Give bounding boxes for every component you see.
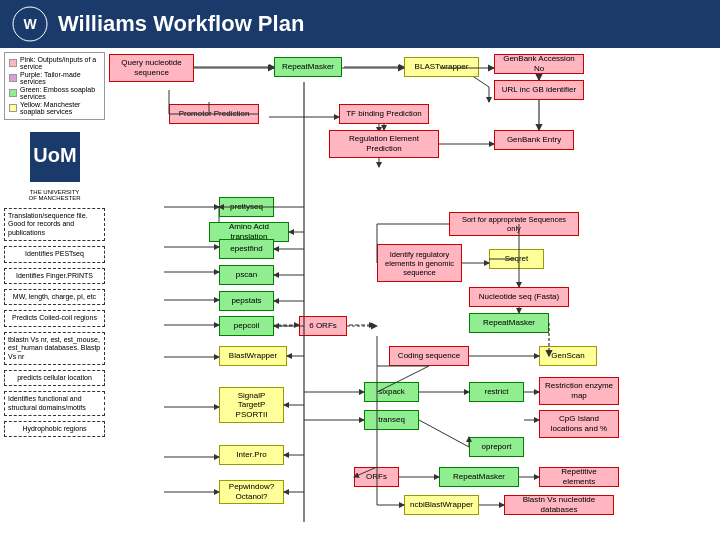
legend-purple: Purple: Tailor-made services <box>20 71 100 85</box>
svg-text:UoM: UoM <box>33 144 76 166</box>
workflow-svg <box>109 52 716 538</box>
legend-yellow: Yellow: Manchester soaplab services <box>20 101 100 115</box>
repeat-masker2-box: RepeatMasker <box>469 313 549 333</box>
genscan-box: GenScan <box>539 346 597 366</box>
tblastn-box: tblastn Vs nr, est, est_mouse, est_human… <box>4 332 105 365</box>
orfs-box: ORFs <box>354 467 399 487</box>
page-title: Williams Workflow Plan <box>58 11 304 37</box>
coding-sequence-box: Coding sequence <box>389 346 469 366</box>
predicts-coiled-box: Predicts Coiled-coil regions <box>4 310 105 326</box>
sort-sequences-box: Sort for appropriate Sequences only <box>449 212 579 236</box>
genbank-accession-box: GenBank Accession No <box>494 54 584 74</box>
pepcoil-box: pepcoil <box>219 316 274 336</box>
legend: Pink: Outputs/inputs of a service Purple… <box>4 52 105 120</box>
header: W Williams Workflow Plan <box>0 0 720 48</box>
pscan-box: pscan <box>219 265 274 285</box>
identifies-functional-box: Identifies functional and structural dom… <box>4 391 105 416</box>
pepwindow-box: Pepwindow? Octanol? <box>219 480 284 504</box>
repeat-masker3-box: RepeatMasker <box>439 467 519 487</box>
epestfind-box: epestfind <box>219 239 274 259</box>
blast-wrapper-box: BLASTwrapper <box>404 57 479 77</box>
opreport-box: opreport <box>469 437 524 457</box>
svg-text:W: W <box>23 16 37 32</box>
interpro-box: Inter.Pro <box>219 445 284 465</box>
signalp-box: SignalP TargetP PSORTII <box>219 387 284 423</box>
regulation-element-box: Regulation Element Prediction <box>329 130 439 158</box>
connector-lines <box>109 52 716 538</box>
prettyseq-box: prettyseq <box>219 197 274 217</box>
translation-seq-box: Translation/sequence file. Good for reco… <box>4 208 105 241</box>
blast-wrapper2-box: BlastWrapper <box>219 346 287 366</box>
genbank-entry-box: GenBank Entry <box>494 130 574 150</box>
legend-pink: Pink: Outputs/inputs of a service <box>20 56 100 70</box>
workflow-diagram: Query nucleotide sequence RepeatMasker B… <box>109 52 716 538</box>
nucleotide-seq-box: Nucleotide seq (Fasta) <box>469 287 569 307</box>
repetitive-elements-box: Repetitive elements <box>539 467 619 487</box>
sidebar: Pink: Outputs/inputs of a service Purple… <box>4 52 109 538</box>
pepstats-box: pepstats <box>219 291 274 311</box>
tf-binding-box: TF binding Prediction <box>339 104 429 124</box>
url-gb-box: URL inc GB identifier <box>494 80 584 100</box>
predicts-cellular-box: predicts cellular location <box>4 370 105 386</box>
university-logo: UoM THE UNIVERSITYOF MANCHESTER <box>4 127 105 201</box>
six-orfs-box: 6 ORFs <box>299 316 347 336</box>
ncbi-blast-box: ncbiBlastWrapper <box>404 495 479 515</box>
hydrophobic-box: Hydrophobic regions <box>4 421 105 437</box>
identifies-finger-box: Identifies Finger.PRINTS <box>4 268 105 284</box>
blast-databases-box: Blastn Vs nucleotide databases <box>504 495 614 515</box>
promotor-box: Promotor Prediction <box>169 104 259 124</box>
cpg-island-box: CpG Island locations and % <box>539 410 619 438</box>
logo-icon: W <box>12 6 48 42</box>
seqret-box: Seqret <box>489 249 544 269</box>
query-nucleotide-box: Query nucleotide sequence <box>109 54 194 82</box>
restriction-enzyme-box: Restriction enzyme map <box>539 377 619 405</box>
identifies-pestseq-box: Identifies PESTseq <box>4 246 105 262</box>
identify-regulatory-box: Identify regulatory elements in genomic … <box>377 244 462 282</box>
mw-length-box: MW, length, charge, pI, etc <box>4 289 105 305</box>
restrict-box: restrict <box>469 382 524 402</box>
transeq-box: transeq <box>364 410 419 430</box>
repeat-masker-top-box: RepeatMasker <box>274 57 342 77</box>
legend-green: Green: Emboss soaplab services <box>20 86 100 100</box>
sixpack-box: sixpack <box>364 382 419 402</box>
svg-line-62 <box>419 420 469 447</box>
